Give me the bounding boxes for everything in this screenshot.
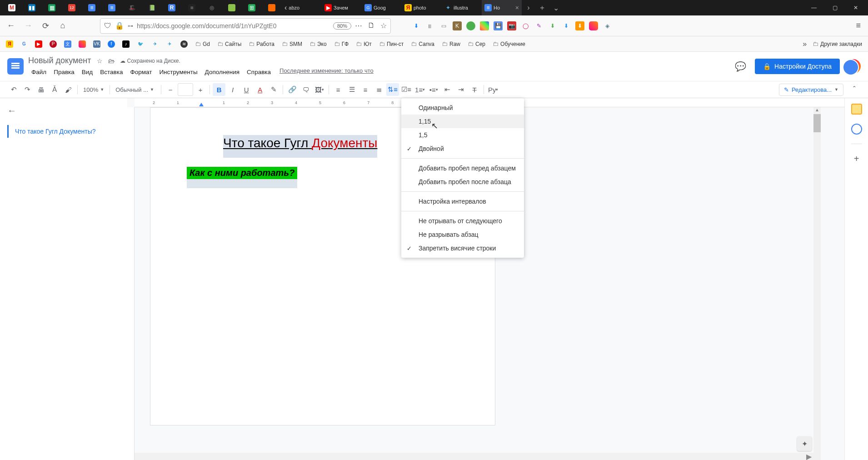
tab-trello[interactable]: ▮▮ — [22, 0, 42, 15]
bm-folder-eco[interactable]: 🗀Эко — [307, 39, 329, 49]
lock-icon[interactable]: 🔒 — [115, 21, 124, 30]
text-color-button[interactable]: A — [254, 83, 266, 96]
outline-item-1[interactable]: Что такое Гугл Документы? — [7, 125, 120, 138]
download-icon[interactable]: ⬇ — [412, 21, 421, 30]
vertical-scrollbar[interactable]: ▲ — [813, 107, 821, 460]
bm-tiktok[interactable]: ♪ — [120, 39, 132, 49]
url-box[interactable]: 🛡 🔒 ⊶ https://docs.google.com/document/d… — [100, 18, 391, 34]
tab-doc1[interactable]: ≡ — [82, 0, 102, 15]
prevent-widows[interactable]: ✓Запретить висячие строки — [401, 241, 524, 255]
checklist-button[interactable]: ☑≡ — [400, 83, 413, 96]
tab-grid[interactable]: ⊞ — [242, 0, 262, 15]
bm-folder-yt[interactable]: 🗀Ют — [354, 39, 374, 49]
indent-dec-button[interactable]: ⇤ — [441, 83, 454, 96]
align-center-button[interactable]: ☰ — [345, 83, 358, 96]
indent-inc-button[interactable]: ⇥ — [454, 83, 467, 96]
horizontal-scrollbar[interactable]: ▶ — [135, 453, 813, 460]
highlight-button[interactable]: ✎ — [267, 83, 280, 96]
tab-book[interactable]: 📗 — [142, 0, 162, 15]
menu-insert[interactable]: Вставка — [97, 67, 126, 77]
ext-save-icon[interactable]: 💾 — [494, 21, 503, 30]
subheading-text[interactable]: Как с ними работать? — [187, 167, 297, 179]
space-after-paragraph[interactable]: Добавить пробел после абзаца — [401, 175, 524, 189]
align-right-button[interactable]: ≡ — [359, 83, 372, 96]
bm-instagram[interactable] — [76, 39, 88, 49]
tabs-scroll-right[interactable]: › — [522, 4, 535, 12]
bm-telegram[interactable]: ✈ — [149, 39, 161, 49]
align-justify-button[interactable]: ≣ — [373, 83, 385, 96]
ext-adblock-icon[interactable] — [466, 21, 475, 30]
tabs-dropdown[interactable]: ⌄ — [549, 4, 563, 12]
explore-button[interactable]: ✦ — [797, 436, 812, 451]
calendar-sidepanel-icon[interactable] — [851, 104, 862, 115]
ext-grid-icon[interactable] — [480, 21, 489, 30]
vertical-ruler[interactable] — [127, 107, 135, 460]
tab-swirl[interactable]: ◎ — [202, 0, 222, 15]
heading-text[interactable]: Что такое Гугл Документы — [223, 136, 377, 150]
bm-folder-canva[interactable]: 🗀Canva — [409, 39, 437, 49]
shield-icon[interactable]: 🛡 — [104, 22, 111, 30]
window-maximize[interactable]: ▢ — [824, 0, 845, 15]
space-before-paragraph[interactable]: Добавить пробел перед абзацем — [401, 161, 524, 175]
window-close[interactable]: ✕ — [845, 0, 866, 15]
bm-youtube[interactable]: ▶ — [33, 39, 45, 49]
move-icon[interactable]: 🗁 — [108, 57, 115, 65]
menu-edit[interactable]: Правка — [50, 67, 78, 77]
ext-layers-icon[interactable]: ◈ — [603, 21, 612, 30]
input-tools-button[interactable]: Ру▾ — [487, 83, 499, 96]
comments-button[interactable]: 💬 — [732, 58, 748, 75]
docs-logo-icon[interactable] — [7, 58, 24, 75]
add-sidepanel-icon[interactable]: + — [851, 153, 862, 164]
ext-instagram-icon[interactable] — [589, 21, 598, 30]
ext-picker-icon[interactable]: ✎ — [534, 21, 544, 30]
tab-sheets[interactable]: ▦ — [42, 0, 62, 15]
ext-k-icon[interactable]: K — [453, 21, 462, 30]
zoom-badge[interactable]: 80% — [333, 22, 351, 30]
custom-spacing[interactable]: Настройка интервалов — [401, 195, 524, 208]
tab-doc2[interactable]: ≡ — [102, 0, 122, 15]
bm-circle[interactable]: ≋ — [178, 39, 190, 49]
account-avatar[interactable] — [846, 59, 861, 74]
numbered-list-button[interactable]: 1≡▾ — [414, 83, 426, 96]
bm-twitter[interactable]: 🐦 — [135, 39, 146, 49]
tab-illustra[interactable]: ✦illustra — [442, 0, 482, 15]
bm-telegram2[interactable]: ✈ — [164, 39, 175, 49]
window-minimize[interactable]: — — [803, 0, 824, 15]
bm-overflow-icon[interactable]: » — [803, 40, 807, 48]
ext-down-green-icon[interactable]: ⬇ — [548, 21, 557, 30]
font-size-field[interactable] — [178, 83, 193, 96]
tab-gmail[interactable]: M — [2, 0, 22, 15]
bulleted-list-button[interactable]: •≡▾ — [427, 83, 440, 96]
indent-marker-icon[interactable] — [199, 103, 204, 106]
bm-folder-smm[interactable]: 🗀SMM — [279, 39, 304, 49]
tab-docs-current[interactable]: ≡Но× — [482, 0, 522, 15]
browser-menu-icon[interactable]: ≡ — [852, 21, 864, 30]
more-icon[interactable]: ⋯ — [355, 21, 362, 30]
bm-folder-raw[interactable]: 🗀Raw — [439, 39, 463, 49]
bm-folder-ser[interactable]: 🗀Сер — [465, 39, 488, 49]
paint-format-button[interactable]: 🖌 — [62, 83, 75, 96]
align-left-button[interactable]: ≡ — [332, 83, 344, 96]
insert-image-button[interactable]: 🖼▾ — [313, 83, 326, 96]
keep-with-next[interactable]: Не отрывать от следующего — [401, 214, 524, 228]
zoom-select[interactable]: 100%▼ — [80, 86, 107, 93]
document-title[interactable]: Новый документ — [28, 56, 91, 65]
bm-folder-gd[interactable]: 🗀Gd — [193, 39, 212, 49]
menu-view[interactable]: Вид — [79, 67, 96, 77]
menu-addons[interactable]: Дополнения — [202, 67, 243, 77]
ext-down-orange-icon[interactable]: ⬇ — [575, 21, 584, 30]
tab-dark[interactable]: ■ — [182, 0, 202, 15]
bm-folder-sites[interactable]: 🗀Сайты — [215, 39, 244, 49]
tab-google[interactable]: GGoog — [362, 0, 402, 15]
tab-youtube[interactable]: ▶Зачем — [322, 0, 362, 15]
spacing-1-5[interactable]: 1,5 — [401, 128, 524, 142]
bm-google[interactable]: G — [18, 39, 30, 49]
tab-orange[interactable] — [262, 0, 282, 15]
tab-prev-overflow[interactable]: ‹abzo — [282, 0, 322, 15]
redo-button[interactable]: ↷ — [21, 83, 34, 96]
reader-ext-icon[interactable]: ▭ — [439, 21, 448, 30]
close-icon[interactable]: × — [515, 4, 519, 11]
keep-lines-together[interactable]: Не разрывать абзац — [401, 228, 524, 241]
library-icon[interactable]: ⫼ — [425, 21, 434, 30]
reader-icon[interactable]: 🗋 — [368, 21, 375, 30]
